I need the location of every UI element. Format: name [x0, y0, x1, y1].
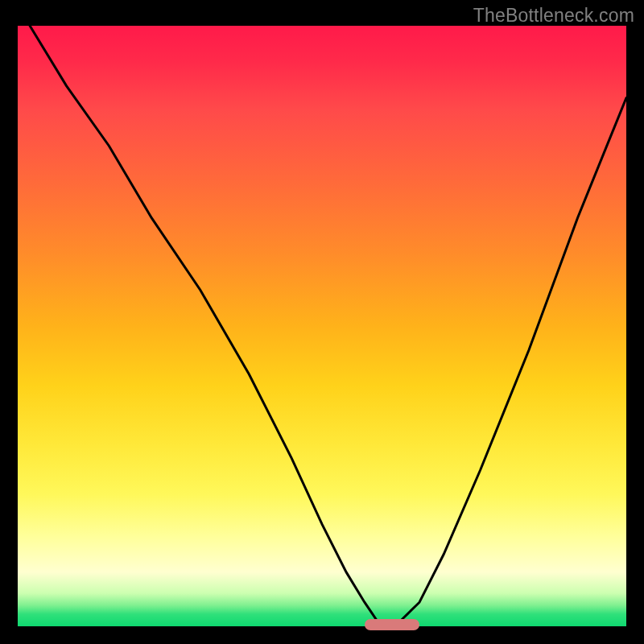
optimal-range-marker [365, 619, 419, 630]
bottleneck-curve [18, 26, 626, 626]
chart-frame: TheBottleneck.com [0, 0, 644, 644]
curve-path [30, 26, 626, 623]
plot-area [18, 26, 626, 626]
watermark-text: TheBottleneck.com [473, 5, 634, 27]
